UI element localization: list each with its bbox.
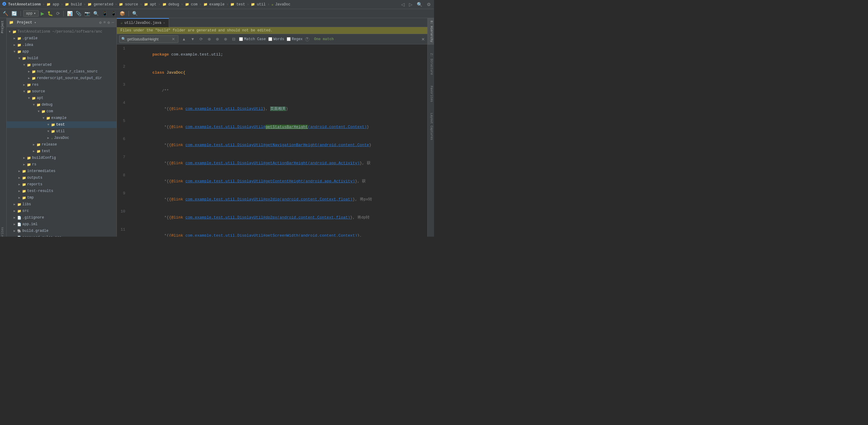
search-clear-btn[interactable]: ✕ bbox=[170, 36, 176, 42]
tree-item-app-iml[interactable]: ▶📄app.iml bbox=[7, 221, 117, 227]
collapse-icon[interactable]: ≡ bbox=[103, 20, 106, 25]
search-close-btn[interactable]: ✕ bbox=[421, 37, 425, 42]
right-sidebar: 8: Hierarchy Z: Structure Favorites Layo… bbox=[427, 18, 434, 237]
sidebar-tab-favorites[interactable]: Favorites bbox=[0, 224, 6, 237]
settings-btn[interactable]: ⚙ bbox=[426, 1, 432, 8]
title-com[interactable]: com bbox=[191, 2, 198, 7]
help-icon[interactable]: ? bbox=[305, 37, 309, 41]
right-tab-structure[interactable]: Z: Structure bbox=[428, 51, 434, 77]
gear-icon[interactable]: ⚙ bbox=[107, 20, 110, 25]
tree-label: apt bbox=[37, 96, 43, 100]
match-case-checkbox[interactable] bbox=[239, 37, 243, 41]
tree-item-outputs[interactable]: ▶📁outputs bbox=[7, 175, 117, 181]
tree-item-rs[interactable]: ▶📁rs bbox=[7, 161, 117, 168]
layout-btn[interactable]: 📱 bbox=[101, 10, 108, 17]
tree-item--gitignore[interactable]: ▶📄.gitignore bbox=[7, 214, 117, 221]
tree-item-renderscript-source-output-dir[interactable]: ▶📁renderscript_source_output_dir bbox=[7, 75, 117, 82]
regex-label[interactable]: Regex bbox=[292, 37, 303, 41]
tree-item-intermediates[interactable]: ▶📁intermediates bbox=[7, 168, 117, 175]
tree-item-build[interactable]: ▼📁build bbox=[7, 55, 117, 62]
sdk-btn[interactable]: 📦 bbox=[119, 10, 126, 17]
reload-btn[interactable]: ⟳ bbox=[55, 10, 61, 17]
title-build[interactable]: build bbox=[71, 2, 82, 7]
tree-item-test-results[interactable]: ▶📁test-results bbox=[7, 188, 117, 194]
tree-item-build-gradle[interactable]: ▶🐘build.gradle bbox=[7, 227, 117, 234]
tree-item-release[interactable]: ▶📁release bbox=[7, 141, 117, 148]
inspect-btn[interactable]: 🔍 bbox=[92, 10, 100, 17]
sidebar-tab-project[interactable]: Project bbox=[0, 18, 6, 36]
profile-btn[interactable]: 📊 bbox=[66, 10, 74, 17]
search-filter-btn[interactable]: ⊟ bbox=[231, 36, 237, 42]
tree-label: .idea bbox=[22, 43, 33, 47]
words-label[interactable]: Words bbox=[273, 37, 284, 41]
tree-item-javadoc[interactable]: ▶☕JavaDoc bbox=[7, 134, 117, 141]
title-test[interactable]: test bbox=[236, 2, 245, 7]
tree-arrow: ▼ bbox=[8, 30, 11, 33]
capture-btn[interactable]: 📷 bbox=[84, 10, 91, 17]
title-source[interactable]: source bbox=[125, 2, 138, 7]
tree-item-test[interactable]: ▼📁test bbox=[7, 121, 117, 128]
title-debug[interactable]: debug bbox=[168, 2, 179, 7]
attach-btn[interactable]: 📎 bbox=[75, 10, 83, 17]
tree-item--gradle[interactable]: ▶📁.gradle bbox=[7, 35, 117, 42]
search-refresh-btn[interactable]: ⟳ bbox=[198, 36, 204, 42]
tree-item-com[interactable]: ▼📁com bbox=[7, 108, 117, 115]
app-config-dropdown[interactable]: app ▾ bbox=[23, 10, 39, 17]
tree-item-generated[interactable]: ▼📁generated bbox=[7, 62, 117, 68]
match-case-label[interactable]: Match Case bbox=[244, 37, 266, 41]
tree-item-buildconfig[interactable]: ▶📁buildConfig bbox=[7, 155, 117, 161]
search-next-btn[interactable]: ▼ bbox=[189, 36, 196, 42]
title-util[interactable]: util bbox=[257, 2, 266, 7]
right-tab-favorites[interactable]: Favorites bbox=[428, 83, 434, 104]
back-btn[interactable]: ◁ bbox=[400, 1, 406, 8]
editor-tab-javadoc[interactable]: ☕ util/JavaDoc.java ✕ bbox=[117, 18, 169, 27]
tab-close-btn[interactable]: ✕ bbox=[163, 21, 165, 25]
tree-item-example[interactable]: ▼📁example bbox=[7, 115, 117, 121]
build-btn[interactable]: 🔨 bbox=[2, 10, 9, 17]
sync-btn[interactable]: 🔄 bbox=[10, 10, 18, 17]
tree-item--idea[interactable]: ▶📁.idea bbox=[7, 42, 117, 48]
search-options-btn3[interactable]: ⊕ bbox=[223, 36, 228, 42]
tree-item-debug[interactable]: ▼📁debug bbox=[7, 101, 117, 108]
tree-item-res[interactable]: ▶📁res bbox=[7, 82, 117, 88]
search-options-btn2[interactable]: ⊕ bbox=[215, 36, 220, 42]
search-options-btn1[interactable]: ⊕ bbox=[207, 36, 212, 42]
debug-btn[interactable]: 🐛 bbox=[46, 10, 54, 17]
scope-icon[interactable]: ⚙ bbox=[99, 20, 102, 25]
search-everywhere-btn[interactable]: 🔍 bbox=[416, 1, 424, 8]
title-javadoc[interactable]: JavaDoc bbox=[275, 2, 290, 7]
avd-btn[interactable]: 📱 bbox=[110, 10, 117, 17]
right-tab-layout[interactable]: Layout Captures bbox=[428, 111, 434, 143]
search-input[interactable] bbox=[127, 37, 169, 41]
code-editor[interactable]: 1 package com.example.test.util; 2 class… bbox=[117, 44, 427, 237]
tree-item-apt[interactable]: ▼📁apt bbox=[7, 95, 117, 101]
tree-item-not-namespaced-r-class-sourc[interactable]: ▶📁not_namespaced_r_class_sourc bbox=[7, 68, 117, 75]
fwd-btn[interactable]: ▷ bbox=[408, 1, 413, 8]
tree-item-src[interactable]: ▶📁src bbox=[7, 208, 117, 214]
tree-item-tmp[interactable]: ▶📁tmp bbox=[7, 194, 117, 201]
title-app[interactable]: app bbox=[53, 2, 59, 7]
tree-arrow: ▶ bbox=[18, 169, 21, 173]
title-generated[interactable]: generated bbox=[94, 2, 113, 7]
code-line-11: 11 *{{@link com.example.test.util.Displa… bbox=[117, 227, 427, 237]
right-tab-hierarchy[interactable]: 8: Hierarchy bbox=[428, 18, 434, 45]
tree-item-libs[interactable]: ▶📁libs bbox=[7, 201, 117, 208]
tree-arrow: ▶ bbox=[27, 70, 31, 73]
tree-item-test[interactable]: ▶📁test bbox=[7, 148, 117, 155]
tree-item-proguard-rules-pro[interactable]: ▶📄proguard-rules.pro bbox=[7, 234, 117, 237]
title-example[interactable]: example bbox=[210, 2, 224, 7]
minimize-icon[interactable]: — bbox=[112, 20, 114, 25]
tree-item-testannotationm[interactable]: ▼📁TestAnnotationm ~/personal/software/an… bbox=[7, 28, 117, 35]
search-prev-btn[interactable]: ▲ bbox=[181, 36, 187, 42]
tree-arrow: ▼ bbox=[46, 123, 50, 126]
title-apt[interactable]: apt bbox=[150, 2, 157, 7]
tree-folder-icon: 📁 bbox=[27, 63, 31, 67]
tree-item-source[interactable]: ▼📁source bbox=[7, 88, 117, 95]
find-btn[interactable]: 🔍 bbox=[131, 10, 139, 17]
run-btn[interactable]: ▶ bbox=[40, 10, 45, 17]
tree-item-util[interactable]: ▼📁util bbox=[7, 128, 117, 134]
tree-item-reports[interactable]: ▶📁reports bbox=[7, 181, 117, 188]
tree-item-app[interactable]: ▼📁app bbox=[7, 48, 117, 55]
regex-checkbox[interactable] bbox=[287, 37, 291, 41]
words-checkbox[interactable] bbox=[268, 37, 272, 41]
